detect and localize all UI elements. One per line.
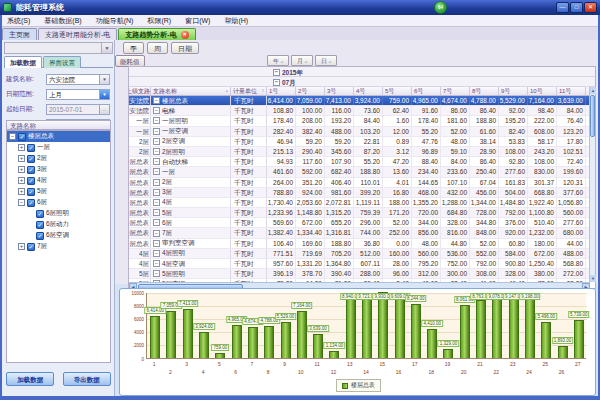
checkbox-icon[interactable]: ✓ [27,166,35,174]
minimize-icon[interactable]: — [556,2,569,13]
tab-1[interactable]: 主页面 [2,28,37,40]
expand-icon[interactable]: + [18,188,25,195]
vscroll-thumb[interactable] [590,95,595,137]
tree-item[interactable]: −✓楼层总表 [7,131,110,142]
tab-2[interactable]: 支路逐时用能分析-电 [38,28,117,40]
table-row[interactable]: 楼层总表−5层千瓦时1,233.961,148.801,315.20759.39… [129,208,595,218]
col-header-day[interactable]: 2号 [296,87,325,95]
bar[interactable] [460,305,470,358]
table-row[interactable]: 一层−一层空调千瓦时282.40382.40488.00103.2012.005… [129,127,595,137]
col-header-day[interactable]: 1号 [267,87,296,95]
collapse-icon[interactable]: − [9,133,16,140]
col-header-day[interactable]: 11号 [557,87,586,95]
bar[interactable] [166,311,176,358]
sort-button[interactable]: 月 ▵ [291,55,313,66]
chevron-down-icon[interactable]: ▼ [101,43,112,53]
speed-ball-badge[interactable]: 64 [434,1,447,14]
menu-item[interactable]: 帮助(H) [217,15,255,27]
tree-item[interactable]: +✓2层 [7,153,110,164]
collapse-icon[interactable]: − [153,199,160,206]
collapse-icon[interactable]: − [273,69,280,76]
table-row[interactable]: 4层−4层照明千瓦时771.51719.69705.20512.00160.00… [129,249,595,259]
sidebar-tab[interactable]: 界面设置 [43,56,81,68]
table-row[interactable]: 六安法院−电梯千瓦时108.80100.00116.0073.6062.4091… [129,106,595,116]
collapse-icon[interactable]: − [153,189,160,196]
bar[interactable] [574,320,584,358]
col-header-day[interactable]: 8号 [470,87,499,95]
period-button[interactable]: 日期 [171,42,199,54]
close-icon[interactable]: ✕ [584,2,597,13]
checkbox-icon[interactable]: ✓ [27,243,35,251]
bar[interactable] [476,300,486,358]
menu-item[interactable]: 功能导航(N) [89,15,141,27]
checkbox-icon[interactable]: ✓ [27,188,35,196]
bar[interactable] [199,332,209,358]
collapse-icon[interactable]: − [153,158,160,165]
expand-icon[interactable]: + [18,166,25,173]
checkbox-icon[interactable]: ✓ [27,144,35,152]
bar[interactable] [362,294,372,358]
collapse-icon[interactable]: − [153,240,160,247]
checkbox-icon[interactable]: ✓ [36,210,44,218]
tree-item[interactable]: +✓4层 [7,175,110,186]
col-header-day[interactable]: 3号 [325,87,354,95]
table-row[interactable]: 楼层总表−一层千瓦时461.60592.00682.40188.8013.602… [129,167,595,177]
menu-item[interactable]: 窗口(W) [178,15,217,27]
table-row[interactable]: 楼层总表−审判室空调千瓦时106.40169.60188.8036.800.00… [129,239,595,249]
collapse-icon[interactable]: − [153,179,160,186]
table-row[interactable]: 楼层总表−6层千瓦时569.60672.00655.20296.0052.003… [129,218,595,228]
bar[interactable] [329,351,339,358]
table-row[interactable]: 一层−一层照明千瓦时178.40208.00193.2084.401.60178… [129,116,595,126]
tree-item[interactable]: −✓6层 [7,197,110,208]
vertical-scrollbar[interactable]: ▲ ▼ [589,87,595,282]
col-header-day[interactable]: 6号 [412,87,441,95]
sort-button[interactable]: 年 ▵ [267,55,289,66]
bar[interactable] [492,298,502,358]
col-header-day[interactable]: 7号 [441,87,470,95]
bar[interactable] [395,295,405,358]
tree-item[interactable]: +✓一层 [7,142,110,153]
collapse-icon[interactable]: − [153,128,160,135]
bar[interactable] [525,297,535,358]
scroll-down-icon[interactable]: ▼ [590,275,596,282]
bar[interactable] [411,304,421,358]
col-header-name[interactable]: 支路名称▵ [151,87,231,95]
expand-icon[interactable]: + [18,243,25,250]
calendar-icon[interactable]: ‥ [99,105,109,114]
collapse-icon[interactable]: − [153,270,160,277]
collapse-icon[interactable]: − [153,250,160,257]
menu-item[interactable]: 权限(R) [140,15,178,27]
col-header-unit[interactable]: 计量单位▿ [231,87,267,95]
bar[interactable] [215,353,225,358]
maximize-icon[interactable]: □ [570,2,583,13]
col-header-parent[interactable]: 上级支路 [129,87,151,95]
bar[interactable] [378,292,388,358]
group-row[interactable]: −2015年 [129,67,595,77]
tree-item[interactable]: +✓7层 [7,241,110,252]
table-row[interactable]: 5层−5层照明千瓦时396.19378.70390.40288.0096.003… [129,269,595,279]
bar[interactable] [541,322,551,358]
sidebar-top-combo[interactable]: ▼ [4,42,113,54]
bar[interactable] [443,349,453,358]
collapse-icon[interactable]: − [153,168,160,175]
collapse-icon[interactable]: − [153,107,160,114]
tree-item[interactable]: +✓3层 [7,164,110,175]
checkbox-icon[interactable]: ✓ [27,177,35,185]
table-row[interactable]: 2层−2层空调千瓦时46.9459.2059.2022.810.8947.764… [129,137,595,147]
expand-icon[interactable]: + [18,155,25,162]
checkbox-icon[interactable]: ✓ [27,199,35,207]
bar[interactable] [509,298,519,358]
tree-item[interactable]: ✓6层空调 [7,230,110,241]
group-row[interactable]: −07月 [129,77,595,87]
table-row[interactable]: 楼层总表−4层千瓦时1,730.402,053.602,072.811,119.… [129,198,595,208]
tab-3[interactable]: 支路趋势分析-电× [118,28,195,40]
export-data-button[interactable]: 导出数据 [63,372,111,386]
collapse-icon[interactable]: − [18,199,25,206]
collapse-icon[interactable]: − [153,230,160,237]
col-header-day[interactable]: 10号 [528,87,557,95]
menu-item[interactable]: 系统(S) [0,15,37,27]
chevron-down-icon[interactable]: ▼ [99,90,109,99]
bar[interactable] [427,329,437,358]
bar[interactable] [558,346,568,358]
period-button[interactable]: 周 [147,42,168,54]
